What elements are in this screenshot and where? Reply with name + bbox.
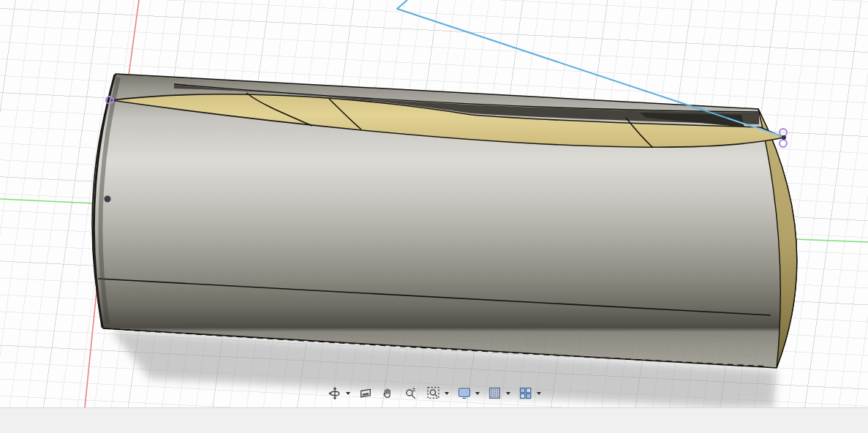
chevron-down-icon [346, 392, 350, 395]
sketch-vertex-dot[interactable] [782, 135, 786, 140]
chevron-down-icon [445, 392, 449, 395]
look-at-button[interactable] [357, 385, 374, 401]
look-at-icon [358, 386, 373, 400]
grid-and-snaps-button[interactable] [486, 385, 504, 401]
display-settings-button[interactable] [456, 385, 473, 401]
zoom-fit-icon [426, 386, 441, 400]
viewports-button[interactable] [517, 385, 535, 401]
origin-point[interactable] [105, 196, 111, 203]
grid-and-snaps-icon [488, 386, 502, 400]
chevron-down-icon [537, 392, 541, 395]
chevron-down-icon [506, 392, 510, 395]
timeline-panel [0, 407, 868, 433]
zoom-plus-minus-glyph: ± [412, 386, 415, 393]
zoom-button[interactable]: ± [402, 385, 420, 401]
orbit-button[interactable] [326, 385, 344, 401]
zoom-icon: ± [404, 386, 418, 400]
sketch-point-right-upper[interactable] [780, 129, 787, 136]
chevron-down-icon [475, 392, 480, 395]
viewports-icon [518, 386, 533, 400]
orbit-dropdown[interactable] [344, 391, 352, 396]
model-scene [0, 0, 868, 433]
zoom-fit-button[interactable] [425, 385, 442, 401]
sketch-point-right-lower[interactable] [780, 140, 787, 147]
pan-icon [381, 386, 396, 400]
zoom-fit-dropdown[interactable] [442, 391, 450, 396]
viewports-dropdown[interactable] [535, 391, 543, 396]
cad-viewport: ± [0, 0, 868, 433]
display-settings-dropdown[interactable] [473, 391, 481, 396]
grid-and-snaps-dropdown[interactable] [504, 391, 512, 396]
pan-button[interactable] [380, 385, 397, 401]
orbit-icon [328, 386, 342, 400]
display-settings-icon [457, 386, 472, 400]
navigation-toolbar: ± [326, 385, 543, 401]
